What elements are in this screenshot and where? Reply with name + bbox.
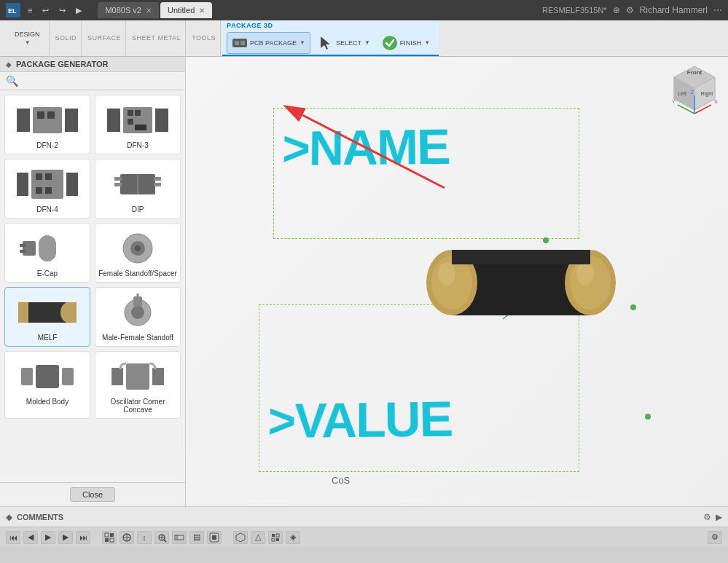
tool-btn-2[interactable] — [120, 531, 134, 544]
nav-play-btn[interactable]: ▶ — [41, 531, 55, 544]
package-label-male-female-standoff: Male-Female Standoff — [102, 334, 173, 342]
toolbar-tools-section: TOOLS — [187, 20, 221, 56]
svg-rect-48 — [21, 368, 33, 385]
svg-text:Left: Left — [678, 91, 686, 96]
nav-next-btn[interactable]: ▶ — [58, 531, 73, 544]
package-label-molded-body: Molded Body — [26, 398, 69, 406]
tab-close-m080s[interactable]: ✕ — [146, 7, 152, 15]
package-label-female-standoff: Female Standoff/Spacer — [98, 269, 177, 277]
svg-rect-32 — [23, 241, 36, 256]
svg-rect-82 — [105, 538, 109, 542]
redo-btn[interactable]: ↪ — [55, 4, 70, 17]
design-dropdown[interactable]: DESIGN ▼ — [10, 28, 44, 48]
toolbar-sheetmetal-section: SHEET METAL — [128, 20, 186, 56]
view-btn-2[interactable]: △ — [251, 531, 265, 544]
comments-expand-icon[interactable]: ▶ — [716, 512, 722, 522]
pcb-package-btn[interactable]: PCB PACKAGE ▼ — [227, 32, 310, 54]
scene-content: >NAME — [186, 57, 728, 506]
svg-rect-28 — [114, 183, 122, 186]
package-item-female-standoff[interactable]: Female Standoff/Spacer — [95, 223, 181, 283]
tool-btn-1[interactable] — [102, 531, 117, 544]
package-item-male-female-standoff[interactable]: Male-Female Standoff — [95, 287, 181, 347]
select-btn[interactable]: SELECT ▼ — [313, 33, 375, 53]
svg-rect-50 — [62, 368, 74, 385]
tab-untitled[interactable]: Untitled ✕ — [160, 2, 212, 18]
comments-collapse-icon[interactable]: ◆ — [6, 512, 12, 522]
svg-rect-24 — [45, 187, 52, 194]
package-item-oscillator[interactable]: Oscillator Corner Concave — [95, 351, 181, 419]
svg-rect-98 — [272, 538, 275, 541]
title-bar-right: RESMELF3515N* ⊕ ⚙ Richard Hammerl ⋯ — [536, 5, 728, 15]
package-preview-oscillator — [105, 356, 171, 396]
3d-viewport[interactable]: >NAME — [186, 57, 728, 506]
package-item-ecap[interactable]: E-Cap — [4, 223, 90, 283]
package-item-dfn3[interactable]: DFN-3 — [95, 95, 181, 154]
svg-rect-25 — [66, 173, 78, 196]
view-btn-1[interactable] — [233, 531, 248, 544]
tool-btn-5[interactable] — [172, 531, 187, 544]
sheetmetal-label: SHEET METAL — [132, 34, 181, 42]
package-item-dip[interactable]: DIP — [95, 159, 181, 218]
comments-settings-icon[interactable]: ⚙ — [703, 512, 711, 522]
package-item-dfn2[interactable]: DFN-2 — [4, 95, 90, 154]
package-grid: DFN-2 DFN — [4, 95, 181, 419]
package-label-melf: MELF — [38, 334, 58, 342]
view-btn-4[interactable]: ◈ — [286, 531, 300, 544]
svg-text:Y: Y — [672, 99, 676, 104]
tool-btn-6[interactable]: ▤ — [189, 531, 204, 544]
tab-m080s[interactable]: M080S v2 ✕ — [98, 2, 159, 18]
sidebar-close-row: Close — [0, 482, 185, 506]
nav-first-btn[interactable]: ⏮ — [6, 531, 20, 544]
package-item-dfn4[interactable]: DFN-4 — [4, 159, 90, 218]
svg-rect-30 — [154, 183, 161, 186]
package-preview-female-standoff — [105, 228, 171, 268]
surface-label: SURFACE — [87, 34, 121, 42]
svg-rect-10 — [47, 111, 55, 119]
toolbar-solid-section: SOLID — [51, 20, 82, 56]
forward-btn[interactable]: ▶ — [71, 4, 86, 17]
tool-btn-7[interactable] — [207, 531, 222, 544]
svg-rect-91 — [175, 535, 184, 540]
close-button[interactable]: Close — [70, 487, 115, 502]
nav-last-btn[interactable]: ⏭ — [76, 531, 90, 544]
svg-rect-19 — [17, 173, 28, 196]
tools-group: TOOLS — [192, 34, 216, 43]
help-icon[interactable]: ⊕ — [613, 5, 620, 15]
green-dot-3 — [645, 414, 651, 420]
svg-point-45 — [131, 306, 144, 319]
svg-point-63 — [576, 262, 594, 286]
svg-rect-49 — [36, 365, 59, 388]
sidebar-header: ◆ PACKAGE GENERATOR — [0, 57, 185, 72]
menu-file[interactable]: ≡ — [23, 4, 36, 17]
status-bar: ⏮ ◀ ▶ ▶ ⏭ ↕ ▤ — [0, 527, 728, 547]
svg-rect-99 — [276, 538, 279, 541]
green-dot-2 — [630, 304, 636, 310]
select-icon — [318, 35, 334, 51]
svg-text:Front: Front — [687, 69, 702, 76]
svg-text:X: X — [714, 99, 718, 104]
package-label-dfn3: DFN-3 — [127, 141, 148, 149]
svg-line-88 — [164, 540, 166, 542]
svg-rect-94 — [212, 535, 216, 540]
package-item-melf[interactable]: MELF — [4, 287, 90, 347]
main-toolbar: DESIGN ▼ SOLID SURFACE SHEET METAL TOOLS… — [0, 20, 728, 57]
view-btn-3[interactable] — [268, 531, 283, 544]
svg-text:Z: Z — [691, 90, 694, 95]
svg-rect-21 — [36, 173, 42, 180]
tool-btn-4[interactable] — [154, 531, 169, 544]
undo-btn[interactable]: ↩ — [38, 4, 53, 17]
finish-dropdown-arrow: ▼ — [424, 39, 430, 46]
solid-group: SOLID — [55, 34, 77, 43]
svg-marker-95 — [236, 533, 245, 542]
status-gear-btn[interactable]: ⚙ — [708, 531, 722, 544]
more-icon[interactable]: ⋯ — [713, 5, 722, 15]
finish-btn[interactable]: FINISH ▼ — [377, 33, 434, 53]
tool-btn-3[interactable]: ↕ — [137, 531, 152, 544]
nav-prev-btn[interactable]: ◀ — [23, 531, 38, 544]
svg-rect-4 — [240, 41, 245, 45]
tab-close-untitled[interactable]: ✕ — [199, 7, 205, 15]
package-preview-dip — [105, 164, 171, 204]
settings-icon[interactable]: ⚙ — [626, 5, 634, 15]
package-item-molded-body[interactable]: Molded Body — [4, 351, 90, 419]
svg-rect-8 — [33, 107, 62, 133]
